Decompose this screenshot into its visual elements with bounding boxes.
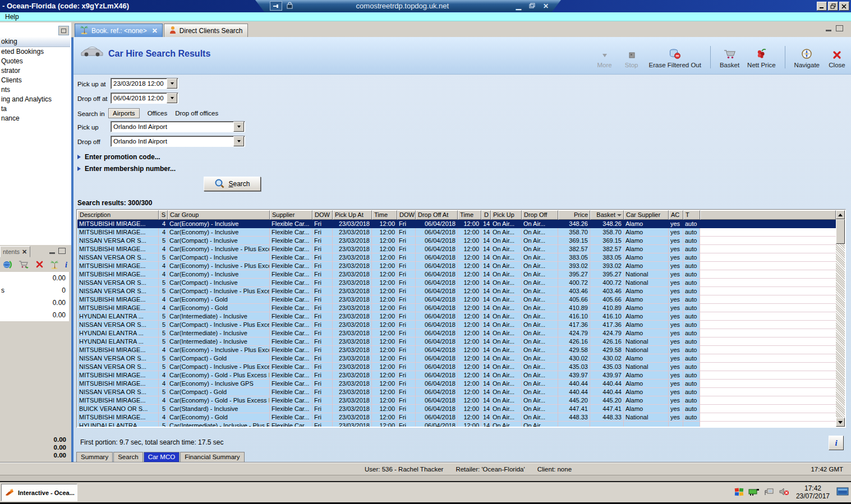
scroll-up-button[interactable] bbox=[836, 210, 845, 219]
pick-up-at-combo[interactable]: 23/03/2018 12:00 bbox=[111, 78, 178, 89]
tray-volume-muted-icon[interactable] bbox=[779, 487, 789, 497]
col-dow[interactable]: DOW bbox=[312, 210, 333, 220]
table-row[interactable]: MITSUBISHI MIRAGE...4Car(Economy) - Incl… bbox=[77, 245, 836, 253]
table-row[interactable]: HYUNDAI ELANTRA ...5Car(Intermediate) - … bbox=[77, 422, 836, 427]
sidebar-item[interactable]: ing and Analytics bbox=[0, 95, 70, 104]
menu-item-help[interactable]: Help bbox=[5, 13, 19, 21]
drop-off-at-combo[interactable]: 06/04/2018 12:00 bbox=[111, 93, 178, 104]
show-desktop-icon[interactable] bbox=[836, 487, 849, 498]
table-row[interactable]: MITSUBISHI MIRAGE...4Car(Economy) - Incl… bbox=[77, 380, 836, 388]
document-tab[interactable]: Direct Clients Search bbox=[164, 24, 248, 37]
table-row[interactable]: MITSUBISHI MIRAGE...4Car(Economy) - Incl… bbox=[77, 346, 836, 354]
sidebar-collapse-button[interactable] bbox=[58, 26, 69, 35]
search-button[interactable]: Search bbox=[204, 177, 261, 191]
tray-network-card-icon[interactable] bbox=[748, 488, 760, 497]
sidebar-item[interactable]: Quotes bbox=[0, 57, 70, 66]
table-row[interactable]: HYUNDAI ELANTRA ...5Car(Intermediate) - … bbox=[77, 337, 836, 346]
sidebar-item[interactable]: strator bbox=[0, 66, 70, 76]
basket-button[interactable]: Basket bbox=[720, 48, 739, 68]
panel-maximize-icon[interactable] bbox=[58, 248, 66, 254]
table-row[interactable]: NISSAN VERSA OR S...5Car(Compact) - Gold… bbox=[77, 354, 836, 363]
col-description[interactable]: Description bbox=[77, 210, 159, 220]
close-button[interactable]: Close bbox=[827, 50, 847, 68]
table-row[interactable]: BUICK VERANO OR S...5Car(Standard) - Inc… bbox=[77, 405, 836, 413]
sidebar-item[interactable]: oking bbox=[0, 37, 70, 47]
search-in-option[interactable]: Drop off offices bbox=[175, 110, 218, 117]
info-icon[interactable]: i bbox=[65, 261, 67, 270]
col-d[interactable]: D bbox=[481, 210, 491, 220]
scroll-down-button[interactable] bbox=[836, 418, 845, 427]
table-row[interactable]: MITSUBISHI MIRAGE...4Car(Economy) - Incl… bbox=[77, 220, 836, 228]
col-drop-off-at[interactable]: Drop Off At bbox=[416, 210, 458, 220]
vertical-scrollbar[interactable] bbox=[836, 210, 845, 427]
table-row[interactable]: MITSUBISHI MIRAGE...4Car(Economy) - Gold… bbox=[77, 371, 836, 380]
minimize-button[interactable] bbox=[817, 2, 827, 11]
basket-contents-tab[interactable]: ntents ✕ bbox=[0, 246, 30, 257]
erase-filtered-out-button[interactable]: Erase Filtered Out bbox=[649, 48, 701, 68]
rdp-minimize-button[interactable]: ▁ bbox=[516, 2, 521, 10]
basket-tab-close-icon[interactable]: ✕ bbox=[22, 248, 27, 256]
col-drop-off[interactable]: Drop Off bbox=[522, 210, 558, 220]
table-row[interactable]: NISSAN VERSA OR S...5Car(Compact) - Incl… bbox=[77, 363, 836, 371]
scrollbar-thumb[interactable] bbox=[836, 219, 845, 244]
sidebar-item[interactable]: ta bbox=[0, 104, 70, 114]
navigate-button[interactable]: Navigate bbox=[794, 48, 820, 68]
col-ac[interactable]: AC bbox=[669, 210, 683, 220]
cart-add-icon[interactable] bbox=[19, 260, 30, 270]
col-basket[interactable]: Basket bbox=[590, 210, 624, 220]
col-car-group[interactable]: Car Group bbox=[168, 210, 270, 220]
col-supplier[interactable]: Supplier bbox=[270, 210, 312, 220]
table-row[interactable]: MITSUBISHI MIRAGE...4Car(Economy) - Incl… bbox=[77, 262, 836, 270]
drop-off-dropdown-icon[interactable] bbox=[233, 136, 244, 146]
more-button[interactable]: More bbox=[595, 52, 614, 68]
col-pick-up-at[interactable]: Pick Up At bbox=[333, 210, 372, 220]
tab-close-icon[interactable]: ✕ bbox=[152, 27, 158, 35]
nett-price-button[interactable]: Nett Price bbox=[747, 48, 776, 68]
table-row[interactable]: MITSUBISHI MIRAGE...4Car(Economy) - Gold… bbox=[77, 396, 836, 405]
pick-up-combo[interactable]: Orlando Intl Airport bbox=[111, 121, 245, 132]
panel-minimize-icon[interactable] bbox=[49, 249, 55, 254]
tray-app-icon[interactable] bbox=[734, 487, 744, 498]
sidebar-item[interactable]: nts bbox=[0, 85, 70, 95]
table-row[interactable]: HYUNDAI ELANTRA ...5Car(Intermediate) - … bbox=[77, 329, 836, 337]
drop-off-at-dropdown-icon[interactable] bbox=[167, 93, 177, 103]
search-in-option[interactable]: Offices bbox=[148, 110, 168, 117]
sidebar-item[interactable]: Clients bbox=[0, 76, 70, 85]
taskbar-app-button[interactable]: Interactive - Ocea... bbox=[1, 484, 77, 501]
sidebar-item[interactable]: eted Bookings bbox=[0, 47, 70, 57]
stop-button[interactable]: Stop bbox=[622, 52, 641, 68]
mdi-minimize-icon[interactable] bbox=[826, 26, 831, 31]
col-time[interactable]: Time bbox=[458, 210, 481, 220]
pin-icon[interactable] bbox=[270, 1, 282, 11]
table-row[interactable]: NISSAN VERSA OR S...5Car(Compact) - Incl… bbox=[77, 253, 836, 262]
refresh-globe-icon[interactable] bbox=[2, 260, 12, 270]
table-row[interactable]: HYUNDAI ELANTRA ...5Car(Intermediate) - … bbox=[77, 312, 836, 321]
col-t[interactable]: T bbox=[683, 210, 700, 220]
table-row[interactable]: NISSAN VERSA OR S...5Car(Compact) - Incl… bbox=[77, 237, 836, 245]
col-car-supplier[interactable]: Car Supplier bbox=[624, 210, 669, 220]
table-row[interactable]: MITSUBISHI MIRAGE...4Car(Economy) - Gold… bbox=[77, 413, 836, 422]
rdp-restore-button[interactable] bbox=[529, 2, 535, 10]
pick-up-at-dropdown-icon[interactable] bbox=[167, 78, 177, 89]
col-price[interactable]: Price bbox=[558, 210, 590, 220]
rdp-close-button[interactable]: ✕ bbox=[543, 2, 549, 10]
table-row[interactable]: NISSAN VERSA OR S...5Car(Compact) - Incl… bbox=[77, 321, 836, 329]
restore-button[interactable] bbox=[828, 2, 838, 11]
sidebar-item[interactable]: nance bbox=[0, 114, 70, 123]
col-s[interactable]: S bbox=[159, 210, 168, 220]
col-dow[interactable]: DOW bbox=[397, 210, 416, 220]
col-pick-up[interactable]: Pick Up bbox=[491, 210, 522, 220]
table-row[interactable]: MITSUBISHI MIRAGE...4Car(Economy) - Incl… bbox=[77, 228, 836, 237]
table-row[interactable]: MITSUBISHI MIRAGE...4Car(Economy) - Gold… bbox=[77, 295, 836, 304]
table-row[interactable]: MITSUBISHI MIRAGE...4Car(Economy) - Incl… bbox=[77, 270, 836, 279]
col-filler[interactable] bbox=[700, 210, 836, 220]
delete-x-icon[interactable] bbox=[36, 261, 44, 270]
tray-connection-icon[interactable] bbox=[764, 487, 774, 497]
membership-number-expander[interactable]: Enter membership number... bbox=[77, 165, 176, 173]
col-time[interactable]: Time bbox=[372, 210, 397, 220]
mdi-maximize-icon[interactable] bbox=[836, 25, 843, 31]
drop-off-combo[interactable]: Orlando Intl Airport bbox=[111, 136, 245, 147]
table-row[interactable]: MITSUBISHI MIRAGE...4Car(Economy) - Gold… bbox=[77, 304, 836, 312]
table-row[interactable]: NISSAN VERSA OR S...5Car(Compact) - Incl… bbox=[77, 287, 836, 295]
footer-tab-search[interactable]: Search bbox=[113, 452, 142, 462]
